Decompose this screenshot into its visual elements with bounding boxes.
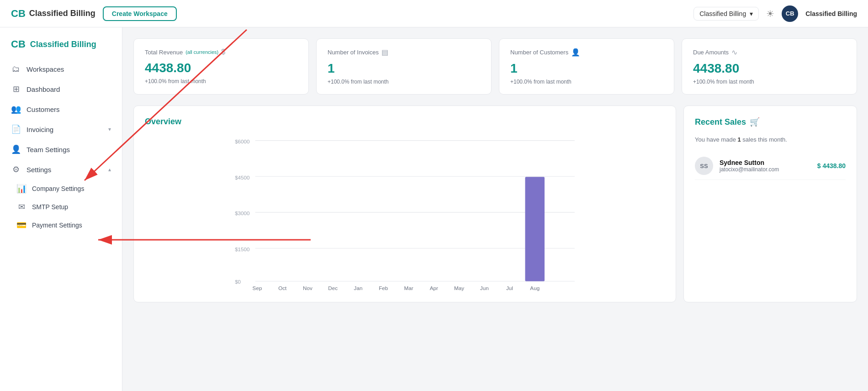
sale-info: Sydnee Sutton jatocixo@mailinator.com bbox=[720, 159, 811, 173]
cart-icon: 🛒 bbox=[750, 117, 760, 127]
user-name-label: Classified Billing bbox=[805, 10, 857, 17]
sidebar-item-company-settings[interactable]: 📊 Company Settings bbox=[9, 180, 122, 198]
customers-change: +100.0% from last month bbox=[510, 79, 663, 85]
sidebar-label-customers: Customers bbox=[26, 106, 111, 113]
smtp-icon: ✉ bbox=[16, 202, 26, 212]
total-revenue-value: 4438.80 bbox=[145, 61, 297, 75]
invoices-change: +100.0% from last month bbox=[328, 79, 480, 85]
main-layout: CB Classified Billing 🗂 Workspaces ⊞ Das… bbox=[0, 27, 868, 391]
sidebar-label-company-settings: Company Settings bbox=[32, 185, 111, 192]
app-name: Classified Billing bbox=[29, 9, 95, 18]
svg-text:$3000: $3000 bbox=[235, 210, 250, 216]
chevron-up-icon: ▴ bbox=[108, 166, 111, 173]
sidebar-item-settings[interactable]: ⚙ Settings ▴ bbox=[0, 159, 122, 180]
svg-text:Jan: Jan bbox=[354, 285, 363, 291]
sidebar-label-settings: Settings bbox=[26, 166, 103, 174]
svg-text:$6000: $6000 bbox=[235, 138, 250, 144]
stats-row: Total Revenue (all currencies) $ 4438.80… bbox=[133, 38, 857, 95]
activity-icon: ∿ bbox=[731, 48, 737, 57]
chevron-down-icon: ▾ bbox=[108, 126, 111, 132]
sidebar-label-smtp-setup: SMTP Setup bbox=[32, 203, 111, 211]
main-content: Total Revenue (all currencies) $ 4438.80… bbox=[122, 27, 868, 391]
bar-aug bbox=[525, 177, 545, 281]
sale-item: SS Sydnee Sutton jatocixo@mailinator.com… bbox=[695, 152, 846, 180]
dollar-icon: $ bbox=[221, 48, 225, 56]
bar-chart-svg: $6000 $4500 $3000 $1500 $0 Sep bbox=[145, 136, 665, 291]
sidebar-label-team-settings: Team Settings bbox=[26, 146, 111, 153]
create-workspace-button[interactable]: Create Workspace bbox=[103, 6, 177, 21]
workspace-selector[interactable]: Classified Billing ▾ bbox=[693, 7, 759, 21]
sidebar-item-dashboard[interactable]: ⊞ Dashboard bbox=[0, 79, 122, 99]
overview-chart: $6000 $4500 $3000 $1500 $0 Sep bbox=[145, 136, 665, 291]
recent-sales-card: Recent Sales 🛒 You have made 1 sales thi… bbox=[683, 106, 857, 302]
total-revenue-label: Total Revenue bbox=[145, 49, 183, 56]
overview-title: Overview bbox=[145, 117, 181, 127]
sidebar-brand-name: Classified Billing bbox=[30, 40, 96, 49]
user-avatar[interactable]: CB bbox=[782, 5, 798, 22]
dashboard-icon: ⊞ bbox=[11, 84, 21, 94]
invoicing-icon: 📄 bbox=[11, 124, 21, 134]
overview-card: Overview $6000 $4500 $3000 $1500 $0 bbox=[133, 106, 676, 302]
sale-amount: $ 4438.80 bbox=[817, 162, 846, 169]
total-revenue-change: +100.0% from last month bbox=[145, 78, 297, 85]
sidebar-item-workspaces[interactable]: 🗂 Workspaces bbox=[0, 59, 122, 79]
chevron-down-icon: ▾ bbox=[750, 10, 753, 17]
company-settings-icon: 📊 bbox=[16, 184, 26, 194]
theme-toggle-icon[interactable]: ☀ bbox=[766, 8, 774, 19]
sidebar-label-dashboard: Dashboard bbox=[26, 85, 111, 93]
invoice-icon: ▤ bbox=[381, 48, 388, 57]
person-icon: 👤 bbox=[571, 48, 580, 57]
top-navigation: CB Classified Billing Create Workspace C… bbox=[0, 0, 868, 27]
svg-text:$1500: $1500 bbox=[235, 246, 250, 252]
svg-text:$4500: $4500 bbox=[235, 174, 250, 180]
sale-customer-name: Sydnee Sutton bbox=[720, 159, 811, 166]
due-amounts-change: +100.0% from last month bbox=[693, 79, 846, 85]
sidebar-label-payment-settings: Payment Settings bbox=[32, 222, 111, 229]
settings-submenu: 📊 Company Settings ✉ SMTP Setup 💳 Paymen… bbox=[0, 180, 122, 234]
stat-card-total-revenue: Total Revenue (all currencies) $ 4438.80… bbox=[133, 38, 309, 95]
payment-settings-icon: 💳 bbox=[16, 220, 26, 230]
invoices-label: Number of Invoices bbox=[328, 49, 379, 56]
due-amounts-label: Due Amounts bbox=[693, 49, 729, 56]
customers-value: 1 bbox=[510, 61, 663, 76]
sidebar-item-invoicing[interactable]: 📄 Invoicing ▾ bbox=[0, 119, 122, 139]
sales-count: 1 bbox=[737, 136, 741, 143]
team-settings-icon: 👤 bbox=[11, 144, 21, 154]
sale-avatar: SS bbox=[695, 157, 713, 175]
svg-text:Oct: Oct bbox=[278, 285, 287, 291]
recent-sales-title: Recent Sales bbox=[695, 117, 746, 127]
svg-text:Apr: Apr bbox=[430, 285, 438, 291]
sidebar-item-payment-settings[interactable]: 💳 Payment Settings bbox=[9, 216, 122, 234]
workspaces-icon: 🗂 bbox=[11, 64, 21, 74]
sidebar: CB Classified Billing 🗂 Workspaces ⊞ Das… bbox=[0, 27, 122, 391]
svg-text:Aug: Aug bbox=[530, 285, 540, 291]
nav-right: Classified Billing ▾ ☀ CB Classified Bil… bbox=[693, 5, 857, 22]
stat-card-customers: Number of Customers 👤 1 +100.0% from las… bbox=[499, 38, 674, 95]
stat-card-due-amounts: Due Amounts ∿ 4438.80 +100.0% from last … bbox=[682, 38, 857, 95]
svg-text:Jun: Jun bbox=[480, 285, 489, 291]
sidebar-item-customers[interactable]: 👥 Customers bbox=[0, 99, 122, 119]
sale-customer-email: jatocixo@mailinator.com bbox=[720, 166, 811, 173]
workspace-name: Classified Billing bbox=[699, 10, 746, 17]
sidebar-label-workspaces: Workspaces bbox=[26, 65, 111, 73]
stat-card-invoices: Number of Invoices ▤ 1 +100.0% from last… bbox=[316, 38, 492, 95]
app-logo: CB Classified Billing bbox=[11, 8, 95, 20]
svg-text:Feb: Feb bbox=[379, 285, 388, 291]
svg-text:Dec: Dec bbox=[328, 285, 338, 291]
nav-left: CB Classified Billing Create Workspace bbox=[11, 6, 177, 21]
svg-text:May: May bbox=[454, 285, 464, 291]
svg-text:$0: $0 bbox=[235, 279, 241, 285]
svg-text:Jul: Jul bbox=[506, 285, 513, 291]
sidebar-brand: CB Classified Billing bbox=[0, 37, 122, 59]
bottom-row: Overview $6000 $4500 $3000 $1500 $0 bbox=[133, 106, 857, 302]
svg-text:Nov: Nov bbox=[303, 285, 312, 291]
due-amounts-value: 4438.80 bbox=[693, 61, 846, 76]
svg-text:Sep: Sep bbox=[253, 285, 262, 291]
customers-label: Number of Customers bbox=[510, 49, 568, 56]
sidebar-item-smtp-setup[interactable]: ✉ SMTP Setup bbox=[9, 198, 122, 216]
customers-icon: 👥 bbox=[11, 104, 21, 114]
sales-subtitle: You have made 1 sales this month. bbox=[695, 136, 846, 143]
sidebar-label-invoicing: Invoicing bbox=[26, 126, 103, 133]
invoices-value: 1 bbox=[328, 61, 480, 76]
sidebar-item-team-settings[interactable]: 👤 Team Settings bbox=[0, 139, 122, 159]
